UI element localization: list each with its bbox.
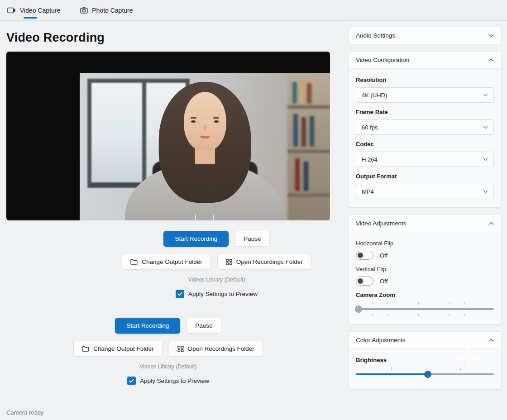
chevron-down-icon (488, 34, 494, 38)
chevron-up-icon (488, 339, 494, 342)
chevron-down-icon (483, 158, 488, 161)
video-adjustments-header[interactable]: Video Adjustments (349, 215, 501, 232)
chevron-down-icon (483, 126, 488, 129)
grid-icon (226, 259, 232, 265)
settings-panel: Audio Settings Video Configuration (342, 21, 507, 420)
change-output-folder-button[interactable]: Change Output Folder (122, 254, 211, 270)
camera-zoom-slider-knob[interactable] (355, 305, 362, 313)
open-recordings-folder-button-2[interactable]: Open Recordings Folder (169, 341, 263, 357)
video-configuration-card: Video Configuration Resolution 4K (UHD) … (348, 51, 502, 208)
tab-label: Photo Capture (92, 7, 133, 14)
background-bookshelf (287, 73, 330, 220)
photo-camera-icon (80, 7, 88, 14)
brightness-slider[interactable] (356, 368, 494, 381)
chevron-up-icon (488, 222, 494, 225)
folder-icon (130, 259, 138, 265)
start-recording-button[interactable]: Start Recording (163, 231, 229, 247)
folder-icon (82, 346, 89, 352)
camera-preview (6, 52, 330, 220)
status-message: Camera ready (6, 409, 43, 416)
video-camera-icon (7, 7, 16, 14)
camera-feed (80, 73, 330, 220)
person-face (184, 92, 226, 151)
apply-settings-checkbox-row-2[interactable]: Apply Settings to Preview (127, 377, 209, 385)
output-format-select[interactable]: MP4 (356, 184, 494, 199)
grid-icon (177, 346, 184, 352)
tab-label: Video Capture (20, 7, 60, 14)
checkbox-checked-icon[interactable] (176, 290, 184, 298)
checkbox-checked-icon[interactable] (127, 377, 136, 385)
chevron-down-icon (483, 94, 488, 97)
camera-zoom-slider[interactable] (356, 302, 494, 316)
audio-settings-header[interactable]: Audio Settings (349, 27, 501, 44)
recording-controls-secondary: Start Recording Pause Change Output Fold… (6, 318, 330, 385)
color-adjustments-header[interactable]: Color Adjustments (349, 332, 501, 349)
chevron-down-icon (483, 190, 488, 193)
apply-settings-label: Apply Settings to Preview (188, 291, 258, 297)
change-output-folder-button-2[interactable]: Change Output Folder (73, 341, 163, 357)
open-recordings-folder-button[interactable]: Open Recordings Folder (217, 254, 311, 270)
chevron-up-icon (488, 58, 494, 62)
main-content: Video Recording (0, 21, 342, 420)
pause-button-2[interactable]: Pause (187, 318, 221, 334)
start-recording-button-2[interactable]: Start Recording (115, 318, 180, 334)
output-format-label: Output Format (356, 173, 494, 180)
page-title: Video Recording (6, 31, 342, 45)
tab-photo-capture[interactable]: Photo Capture (80, 0, 133, 20)
codec-select[interactable]: H.264 (356, 152, 494, 167)
horizontal-flip-state: Off (380, 252, 387, 259)
color-adjustments-card: Color Adjustments Brightness (348, 331, 502, 390)
vertical-flip-state: Off (380, 278, 387, 285)
horizontal-flip-toggle[interactable] (356, 251, 373, 260)
output-location-text: Videos Library (Default) (188, 277, 245, 283)
recording-controls-primary: Start Recording Pause Change Output Fold… (55, 231, 378, 298)
resolution-select[interactable]: 4K (UHD) (356, 87, 494, 103)
tab-bar: Video Capture Photo Capture (0, 0, 507, 21)
output-location-text: Videos Library (Default) (140, 363, 197, 370)
frame-rate-select[interactable]: 60 fps (356, 119, 494, 135)
frame-rate-label: Frame Rate (356, 109, 494, 115)
apply-settings-checkbox-row[interactable]: Apply Settings to Preview (176, 290, 258, 298)
tab-video-capture[interactable]: Video Capture (7, 0, 60, 20)
pause-button[interactable]: Pause (235, 231, 269, 247)
apply-settings-label: Apply Settings to Preview (140, 377, 209, 384)
codec-label: Codec (356, 141, 494, 148)
vertical-flip-toggle[interactable] (356, 277, 373, 286)
video-configuration-header[interactable]: Video Configuration (349, 52, 501, 69)
audio-settings-card: Audio Settings (348, 27, 502, 44)
resolution-label: Resolution (356, 76, 494, 83)
brightness-slider-knob[interactable] (424, 371, 431, 378)
